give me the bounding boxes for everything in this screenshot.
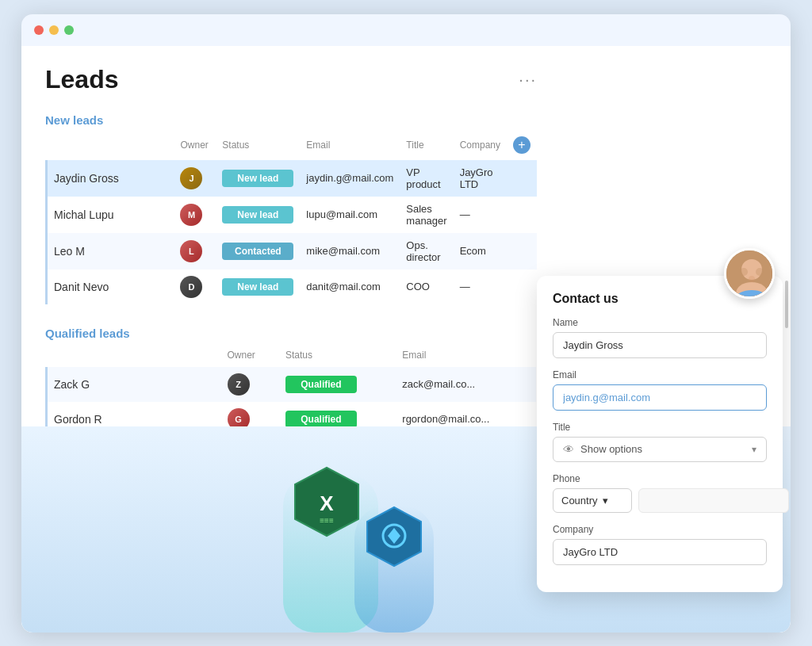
add-lead-button[interactable]: + — [513, 136, 530, 154]
lead-owner: J — [174, 160, 216, 197]
status-badge: Qualified — [285, 376, 357, 393]
lead-company: Ecom — [454, 233, 507, 269]
new-leads-label: New leads — [45, 113, 537, 127]
status-badge: Qualified — [285, 411, 357, 428]
lead-email: jaydin.g@mail.com — [300, 160, 400, 197]
new-leads-table: Owner Status Email Title Company + Jaydi… — [45, 133, 537, 304]
svg-text:X: X — [320, 491, 334, 515]
lead-company: — — [454, 269, 507, 304]
avatar: M — [180, 204, 202, 226]
phone-input[interactable] — [638, 488, 789, 513]
status-badge: New lead — [222, 206, 293, 224]
lead-company: — — [454, 197, 507, 233]
lead-status: New lead — [216, 160, 300, 197]
lead-actions — [507, 160, 537, 197]
phone-label: Phone — [553, 473, 767, 484]
chevron-down-icon: ▾ — [752, 444, 756, 455]
status-badge: Contacted — [222, 243, 293, 260]
page-title: Leads — [45, 65, 118, 94]
eye-icon: 👁 — [563, 443, 574, 456]
new-leads-section: New leads Owner Status Email Title Compa… — [45, 113, 537, 304]
lead-company: JayGro LTD — [454, 160, 507, 197]
table-row[interactable]: Leo M L Contacted mike@mail.com Ops. dir… — [47, 233, 538, 269]
title-select[interactable]: 👁 Show options ▾ — [553, 437, 767, 462]
company-group: Company — [553, 524, 767, 565]
table-row[interactable]: Jaydin Gross J New lead jaydin.g@mail.co… — [47, 160, 538, 197]
status-badge: New lead — [222, 278, 293, 296]
title-group: Title 👁 Show options ▾ — [553, 422, 767, 462]
avatar: Z — [228, 373, 250, 396]
lead-actions — [507, 269, 537, 304]
name-group: Name — [553, 317, 767, 358]
lead-email: mike@mail.com — [300, 233, 400, 269]
col-email: Email — [396, 346, 535, 367]
company-input[interactable] — [553, 539, 767, 565]
qualified-leads-header-row: Owner Status Email — [47, 346, 536, 367]
table-row[interactable]: Danit Nevo D New lead danit@mail.com COO… — [47, 269, 538, 304]
svg-point-11 — [740, 268, 748, 276]
svg-point-13 — [749, 276, 755, 282]
lead-status: Contacted — [216, 233, 300, 269]
col-owner: Owner — [174, 133, 216, 160]
lead-title: Sales manager — [400, 197, 453, 233]
title-select-text: Show options — [580, 443, 752, 455]
lead-name: Leo M — [47, 233, 174, 269]
col-company: Company — [454, 133, 507, 160]
phone-group: Phone Country ▾ — [553, 473, 767, 513]
country-select[interactable]: Country ▾ — [553, 488, 632, 513]
maximize-button[interactable] — [64, 25, 74, 35]
col-add: + — [507, 133, 537, 160]
country-label: Country — [561, 495, 598, 506]
email-group: Email — [553, 369, 767, 411]
table-row[interactable]: Michal Lupu M New lead lupu@mail.com Sal… — [47, 197, 538, 233]
minimize-button[interactable] — [49, 25, 59, 35]
lead-owner: Z — [221, 367, 279, 402]
lead-name: Michal Lupu — [47, 197, 174, 233]
email-label: Email — [553, 369, 767, 380]
lead-status: Qualified — [279, 367, 396, 402]
excel-icon: X ≡≡≡ — [291, 466, 362, 537]
avatar: D — [180, 276, 202, 298]
svg-text:≡≡≡: ≡≡≡ — [320, 516, 334, 525]
lead-title: COO — [400, 269, 453, 304]
country-arrow-icon: ▾ — [603, 495, 608, 506]
phone-row: Country ▾ — [553, 488, 767, 513]
lead-title: VP product — [400, 160, 453, 197]
close-button[interactable] — [34, 25, 44, 35]
col-status: Status — [279, 346, 396, 367]
lead-title: Ops. director — [400, 233, 453, 269]
scrollbar[interactable] — [785, 281, 788, 328]
title-label: Title — [553, 422, 767, 433]
new-leads-header-row: Owner Status Email Title Company + — [47, 133, 538, 160]
name-label: Name — [553, 317, 767, 328]
lead-email: zack@mail.co... — [396, 367, 535, 402]
table-row[interactable]: Zack G Z Qualified zack@mail.co... — [47, 367, 536, 402]
lead-status: New lead — [216, 197, 300, 233]
lead-owner: M — [174, 197, 216, 233]
contact-form-panel: Contact us Name Email Title 👁 Show optio… — [537, 276, 783, 592]
qualified-leads-label: Qualified leads — [45, 327, 537, 340]
more-options-button[interactable]: ··· — [519, 71, 537, 89]
lead-actions — [507, 197, 537, 233]
svg-point-12 — [756, 268, 764, 276]
name-input[interactable] — [553, 332, 767, 358]
lead-actions — [507, 233, 537, 269]
lead-email: lupu@mail.com — [300, 197, 400, 233]
lead-email: danit@mail.com — [300, 269, 400, 304]
page-header: Leads ··· — [45, 65, 537, 94]
company-label: Company — [553, 524, 767, 535]
status-badge: New lead — [222, 170, 293, 187]
lead-owner: D — [174, 269, 216, 304]
email-input[interactable] — [553, 384, 767, 411]
lead-owner: L — [174, 233, 216, 269]
col-title: Title — [400, 133, 453, 160]
avatar: L — [180, 240, 202, 262]
app-icon — [362, 506, 426, 569]
col-name — [47, 133, 174, 160]
app-window: Leads ··· New leads Owner Status Email T… — [21, 14, 791, 633]
lead-status: New lead — [216, 269, 300, 304]
traffic-lights — [34, 25, 74, 35]
col-email: Email — [300, 133, 400, 160]
lead-name: Zack G — [47, 367, 221, 402]
lead-name: Jaydin Gross — [47, 160, 174, 197]
